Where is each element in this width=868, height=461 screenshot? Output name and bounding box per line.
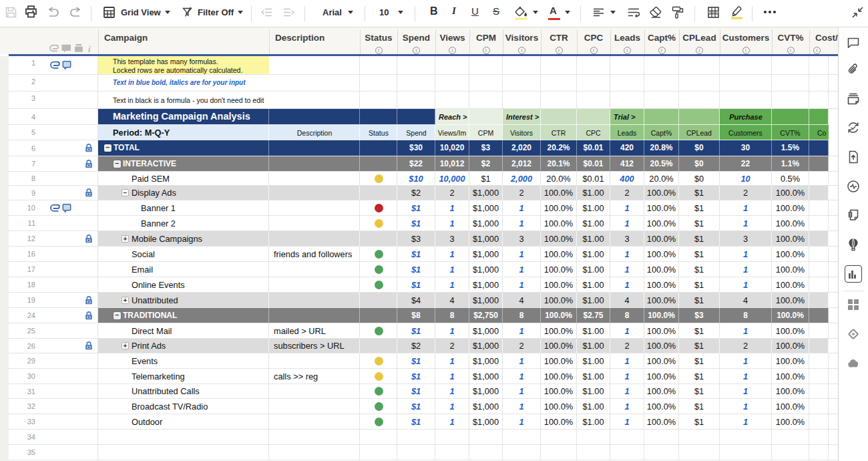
svg-text:i: i [88,45,91,53]
